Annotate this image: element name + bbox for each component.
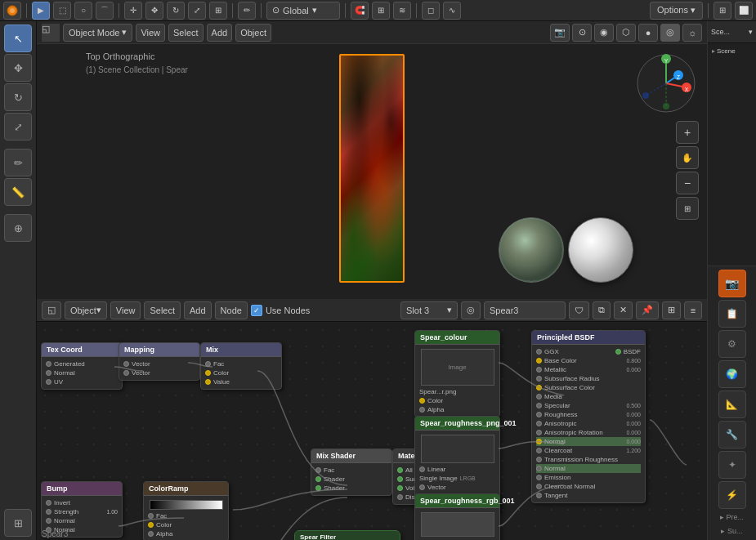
node-row: Spear...r.png: [419, 387, 495, 396]
shader-display-settings[interactable]: ⊞: [662, 301, 681, 319]
snap-settings-icon[interactable]: ⊞: [372, 2, 390, 20]
shader-object-dropdown[interactable]: Object ▾: [65, 301, 107, 319]
socket-out: [123, 370, 129, 376]
workspace-icon[interactable]: ⊞: [714, 2, 731, 20]
rotate-icon[interactable]: ↻: [167, 2, 185, 20]
object-mode-dropdown[interactable]: Object Mode ▾: [63, 24, 132, 42]
zoom-out-button[interactable]: −: [676, 172, 699, 194]
viewport-shading-material[interactable]: ◎: [660, 24, 680, 42]
move-icon[interactable]: ✥: [145, 2, 163, 20]
material-pin-icon[interactable]: 📌: [636, 301, 659, 319]
mapping-node[interactable]: Mapping Vector Vector: [119, 342, 200, 381]
material-name-field[interactable]: Spear3: [484, 301, 566, 319]
shader-add-menu[interactable]: Add: [184, 301, 212, 319]
transform-icon[interactable]: ⊞: [209, 2, 227, 20]
zoom-in-button[interactable]: +: [676, 121, 699, 144]
graph-icon[interactable]: ∿: [443, 2, 461, 20]
viewport-mode-icon[interactable]: ◱: [42, 24, 60, 42]
outliner-item[interactable]: ▸ Scene: [711, 47, 753, 56]
socket-in: [397, 476, 403, 482]
outliner-area: ▸ Scene: [708, 43, 756, 266]
material-sphere-icon[interactable]: ◎: [461, 301, 481, 319]
properties-world-icon[interactable]: 🌍: [718, 360, 746, 388]
color-ramp-1-node[interactable]: ColorRamp Fac Color Alph: [143, 481, 229, 540]
shader-add-label: Add: [190, 306, 206, 315]
spear-filter-frame[interactable]: Spear Filter Alpha Fac Repeat: [294, 530, 400, 540]
select-menu[interactable]: Select: [168, 24, 204, 42]
tool-move[interactable]: ✥: [4, 54, 32, 82]
mix-rgb-node[interactable]: Mix Fac Color Value: [200, 342, 282, 390]
shader-node-menu[interactable]: Node: [215, 301, 248, 319]
lasso-select-icon[interactable]: ⌒: [96, 2, 114, 20]
properties-preview-section[interactable]: ▸ Pre...: [708, 511, 756, 523]
outliner-header: Sce... ▾: [708, 21, 756, 43]
viewport-shading-wire[interactable]: ⬡: [616, 24, 636, 42]
material-shield-icon[interactable]: 🛡: [569, 301, 589, 319]
object-menu[interactable]: Object: [235, 24, 271, 42]
material-unlink-icon[interactable]: ✕: [614, 301, 633, 319]
viewport-overlay-icon[interactable]: ◉: [594, 24, 614, 42]
properties-render-icon[interactable]: 📷: [718, 270, 746, 297]
socket-in: [536, 349, 542, 355]
shader-mode-icon[interactable]: ◱: [42, 301, 61, 319]
viewport-overlay-right: Y Z X: [633, 51, 699, 220]
material-name-label: Spear3: [490, 306, 518, 315]
properties-scene-icon[interactable]: ⚙: [718, 330, 746, 358]
tool-annotate[interactable]: ✏: [4, 149, 32, 176]
node-row: Base Color 0.800: [536, 356, 641, 365]
viewport-shading-render[interactable]: ☼: [682, 24, 702, 42]
circle-select-icon[interactable]: ○: [74, 2, 92, 20]
properties-modifier-icon[interactable]: 🔧: [718, 421, 746, 449]
options-button[interactable]: Options ▾: [650, 2, 703, 20]
proportional-falloff-icon[interactable]: ◻: [422, 2, 440, 20]
select-tool-icon[interactable]: ▶: [32, 2, 50, 20]
viewport-area[interactable]: ◱ Object Mode ▾ View Select Add Object: [37, 21, 707, 299]
cursor-icon[interactable]: ✛: [124, 2, 142, 20]
principled-bsdf-node[interactable]: Principled BSDF GGX BSDF Base Color 0.80…: [531, 330, 646, 503]
tool-measure[interactable]: 📏: [4, 178, 32, 206]
use-nodes-checkbox[interactable]: ✓: [251, 305, 262, 316]
shader-select-menu[interactable]: Select: [144, 301, 181, 319]
grid-view-button[interactable]: ⊞: [676, 197, 699, 220]
snap-icon[interactable]: 🧲: [351, 2, 369, 20]
svg-point-13: [663, 103, 669, 109]
view-menu[interactable]: View: [136, 24, 165, 42]
viewport-camera-icon[interactable]: 📷: [550, 24, 570, 42]
slot-dropdown[interactable]: Slot 3 ▾: [400, 301, 458, 319]
mirror-icon[interactable]: ≋: [393, 2, 411, 20]
blender-menu-icon[interactable]: [3, 2, 21, 20]
add-menu[interactable]: Add: [207, 24, 233, 42]
tool-cursor[interactable]: ⊕: [4, 214, 32, 242]
properties-surface-section[interactable]: ▸ Su...: [708, 525, 756, 537]
outliner-arrow[interactable]: ▾: [749, 28, 753, 36]
mix-shader-node[interactable]: Mix Shader Fac Shader Shader: [311, 449, 392, 496]
material-copy-icon[interactable]: ⧉: [593, 301, 611, 319]
pan-button[interactable]: ✋: [676, 146, 699, 169]
properties-particles-icon[interactable]: ✦: [718, 451, 746, 479]
roughness-header: Spear_roughness_png_001: [415, 417, 499, 431]
use-nodes-label: Use Nodes: [266, 306, 310, 315]
tool-rotate[interactable]: ↻: [4, 83, 32, 111]
tex-coord-node[interactable]: Tex Coord Generated Normal UV: [41, 342, 123, 390]
use-nodes-toggle[interactable]: ✓ Use Nodes: [251, 305, 310, 316]
scale-icon[interactable]: ⤢: [188, 2, 206, 20]
spear-roughness-rgb-node[interactable]: Spear_roughness_rgb_001 Linear Single Im…: [414, 493, 500, 540]
shader-view-menu[interactable]: View: [110, 301, 141, 319]
box-select-icon[interactable]: ⬚: [53, 2, 71, 20]
tool-scale[interactable]: ⤢: [4, 113, 32, 141]
properties-physics-icon[interactable]: ⚡: [718, 481, 746, 509]
shader-editor-area[interactable]: ◱ Object ▾ View Select Add Node: [37, 299, 707, 540]
annotate-icon[interactable]: ✏: [238, 2, 256, 20]
spear-colour-node[interactable]: Spear_colour Image Spear...r.png Color: [414, 330, 500, 417]
node-canvas[interactable]: Tex Coord Generated Normal UV: [37, 322, 707, 540]
viewport-shading-solid[interactable]: ●: [638, 24, 658, 42]
viewport-gizmo-icon[interactable]: ⊙: [572, 24, 592, 42]
shader-extra-menu[interactable]: ≡: [684, 301, 702, 319]
properties-output-icon[interactable]: 📋: [718, 300, 746, 328]
tool-select[interactable]: ↖: [4, 25, 32, 52]
navigation-gizmo[interactable]: Y Z X: [633, 51, 699, 116]
fullscreen-icon[interactable]: ⬜: [735, 2, 753, 20]
properties-object-icon[interactable]: 📐: [718, 390, 746, 418]
tool-extra[interactable]: ⊞: [4, 509, 32, 537]
proportional-edit-dropdown[interactable]: ⊙ Global ▾: [266, 2, 340, 20]
